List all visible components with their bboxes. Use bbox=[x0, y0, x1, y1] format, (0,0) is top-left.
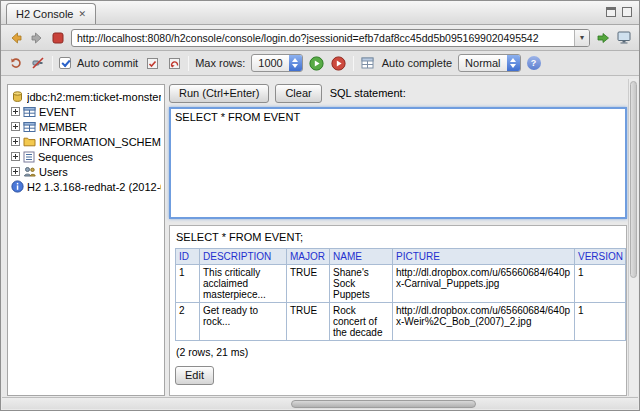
column-header-major[interactable]: MAJOR bbox=[287, 249, 330, 265]
tree-item-member[interactable]: MEMBER bbox=[11, 119, 161, 134]
max-rows-select[interactable]: 1000 bbox=[251, 54, 302, 72]
forward-icon[interactable] bbox=[29, 30, 45, 46]
tree-item-information-schema[interactable]: INFORMATION_SCHEMA bbox=[11, 134, 161, 149]
column-header-id[interactable]: ID bbox=[176, 249, 200, 265]
vertical-scrollbar[interactable] bbox=[628, 79, 638, 396]
expand-icon[interactable] bbox=[11, 167, 20, 176]
expand-icon[interactable] bbox=[11, 122, 20, 131]
tree-item-connection[interactable]: jdbc:h2:mem:ticket-monster bbox=[11, 89, 161, 104]
h2-toolbar: Auto commit Max rows: 1000 Auto complete… bbox=[1, 51, 639, 76]
tree-item-users[interactable]: Users bbox=[11, 164, 161, 179]
tree-item-label: Users bbox=[39, 166, 68, 178]
edit-button[interactable]: Edit bbox=[175, 366, 214, 385]
minimize-icon[interactable] bbox=[606, 7, 616, 17]
sql-statement-label: SQL statement: bbox=[330, 87, 406, 99]
tree-item-label: MEMBER bbox=[39, 121, 87, 133]
url-input[interactable] bbox=[72, 30, 574, 46]
column-header-version[interactable]: VERSION bbox=[575, 249, 626, 265]
clear-button[interactable]: Clear bbox=[275, 84, 321, 103]
expand-icon[interactable] bbox=[11, 137, 20, 146]
results-table: ID DESCRIPTION MAJOR NAME PICTURE VERSIO… bbox=[175, 248, 626, 341]
cell-name: Shane's Sock Puppets bbox=[330, 265, 393, 303]
select-arrows-icon bbox=[289, 55, 302, 71]
table-row: 1 This critically acclaimed masterpiece.… bbox=[176, 265, 626, 303]
stop-icon[interactable] bbox=[50, 30, 66, 46]
close-icon[interactable]: ✕ bbox=[78, 9, 86, 19]
column-header-picture[interactable]: PICTURE bbox=[393, 249, 575, 265]
table-row: 2 Get ready to rock... TRUE Rock concert… bbox=[176, 303, 626, 341]
run-icon[interactable] bbox=[309, 55, 325, 71]
sql-input[interactable]: SELECT * FROM EVENT bbox=[169, 107, 627, 219]
users-icon bbox=[23, 166, 36, 177]
select-arrows-icon bbox=[507, 55, 520, 71]
editor-tab-bar: H2 Console ✕ bbox=[1, 1, 639, 25]
query-history-icon[interactable] bbox=[360, 55, 376, 71]
cell-id: 2 bbox=[176, 303, 200, 341]
column-header-name[interactable]: NAME bbox=[330, 249, 393, 265]
rollback-icon[interactable] bbox=[166, 55, 182, 71]
sequences-icon bbox=[23, 151, 35, 163]
cell-version: 1 bbox=[575, 265, 626, 303]
cell-version: 1 bbox=[575, 303, 626, 341]
tab-h2-console[interactable]: H2 Console ✕ bbox=[6, 3, 96, 24]
results-panel: SELECT * FROM EVENT; ID DESCRIPTION MAJO… bbox=[169, 225, 627, 396]
table-icon bbox=[23, 121, 36, 133]
browser-toolbar: ▾ bbox=[1, 25, 639, 51]
disconnect-icon[interactable] bbox=[30, 55, 46, 71]
table-icon bbox=[23, 106, 36, 118]
database-icon bbox=[11, 90, 24, 103]
tree-item-label: INFORMATION_SCHEMA bbox=[39, 136, 161, 148]
auto-commit-label: Auto commit bbox=[77, 57, 138, 69]
run-button[interactable]: Run (Ctrl+Enter) bbox=[169, 84, 269, 103]
h2-console-window: H2 Console ✕ ▾ bbox=[0, 0, 640, 411]
expand-icon[interactable] bbox=[11, 152, 20, 161]
toolbar-separator bbox=[353, 56, 354, 71]
auto-commit-checkbox[interactable] bbox=[59, 57, 71, 69]
info-icon bbox=[11, 180, 24, 193]
cell-picture: http://dl.dropbox.com/u/65660684/640px-C… bbox=[393, 265, 575, 303]
cell-major: TRUE bbox=[287, 265, 330, 303]
cell-picture: http://dl.dropbox.com/u/65660684/640px-W… bbox=[393, 303, 575, 341]
url-dropdown-icon[interactable]: ▾ bbox=[574, 30, 589, 46]
cell-id: 1 bbox=[176, 265, 200, 303]
vertical-scrollbar-thumb[interactable] bbox=[630, 81, 637, 278]
cell-description: Get ready to rock... bbox=[200, 303, 287, 341]
tree-item-label: H2 1.3.168-redhat-2 (2012-07-13 bbox=[27, 181, 161, 193]
folder-icon bbox=[23, 136, 36, 147]
auto-complete-select[interactable]: Normal bbox=[458, 54, 520, 72]
tree-item-event[interactable]: EVENT bbox=[11, 104, 161, 119]
expand-icon[interactable] bbox=[11, 107, 20, 116]
maximize-icon[interactable] bbox=[622, 7, 632, 17]
commit-icon[interactable] bbox=[144, 55, 160, 71]
view-controls bbox=[606, 7, 632, 17]
help-icon[interactable]: ? bbox=[527, 56, 541, 70]
toolbar-separator bbox=[188, 56, 189, 71]
external-browser-icon[interactable] bbox=[616, 30, 632, 46]
horizontal-scrollbar-thumb[interactable] bbox=[291, 400, 476, 408]
tree-item-h2-version[interactable]: H2 1.3.168-redhat-2 (2012-07-13 bbox=[11, 179, 161, 194]
query-toolbar: Run (Ctrl+Enter) Clear SQL statement: bbox=[169, 81, 627, 105]
cell-major: TRUE bbox=[287, 303, 330, 341]
result-status: (2 rows, 21 ms) bbox=[176, 346, 621, 358]
max-rows-value: 1000 bbox=[252, 55, 288, 71]
auto-complete-value: Normal bbox=[459, 55, 506, 71]
column-header-description[interactable]: DESCRIPTION bbox=[200, 249, 287, 265]
cell-name: Rock concert of the decade bbox=[330, 303, 393, 341]
tree-item-label: jdbc:h2:mem:ticket-monster bbox=[27, 91, 161, 103]
query-echo: SELECT * FROM EVENT; bbox=[176, 231, 621, 243]
query-panel: Run (Ctrl+Enter) Clear SQL statement: SE… bbox=[169, 79, 627, 396]
auto-complete-label: Auto complete bbox=[382, 57, 452, 69]
tree-item-label: Sequences bbox=[38, 151, 93, 163]
url-bar: ▾ bbox=[71, 29, 590, 47]
horizontal-scrollbar[interactable] bbox=[2, 397, 638, 409]
refresh-icon[interactable] bbox=[8, 55, 24, 71]
tab-title: H2 Console bbox=[16, 8, 73, 20]
run-selected-icon[interactable] bbox=[331, 55, 347, 71]
back-icon[interactable] bbox=[8, 30, 24, 46]
cell-description: This critically acclaimed masterpiece... bbox=[200, 265, 287, 303]
go-icon[interactable] bbox=[595, 30, 611, 46]
table-header-row: ID DESCRIPTION MAJOR NAME PICTURE VERSIO… bbox=[176, 249, 626, 265]
toolbar-separator bbox=[52, 56, 53, 71]
page-content: jdbc:h2:mem:ticket-monster EVENT MEMBER bbox=[2, 79, 638, 398]
tree-item-sequences[interactable]: Sequences bbox=[11, 149, 161, 164]
